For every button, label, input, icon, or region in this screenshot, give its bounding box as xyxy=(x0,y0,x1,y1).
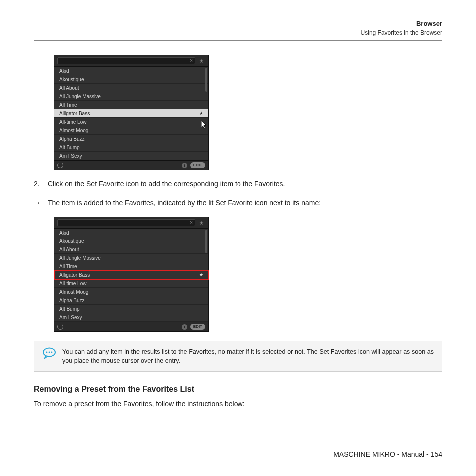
step-number: 2. xyxy=(34,179,48,189)
result-step: → The item is added to the Favorites, in… xyxy=(34,198,442,208)
list-item[interactable]: Akid xyxy=(54,67,208,75)
list-item[interactable]: All-time Low xyxy=(54,118,208,126)
favorites-filter-icon[interactable]: ★ xyxy=(197,220,205,226)
clear-search-icon[interactable]: × xyxy=(190,58,193,63)
page-header-title: Browser xyxy=(34,20,442,27)
set-favorite-icon[interactable]: ★ xyxy=(199,111,203,116)
browser-results-list: Akid Akoustique All About All Jungle Mas… xyxy=(54,229,208,322)
browser-results-list: Akid Akoustique All About All Jungle Mas… xyxy=(54,67,208,160)
list-item[interactable]: All About xyxy=(54,245,208,254)
info-icon[interactable]: i xyxy=(182,324,187,330)
tip-text: You can add any item in the results list… xyxy=(62,347,434,365)
list-item[interactable]: Alt Bump xyxy=(54,305,208,313)
tip-callout: You can add any item in the results list… xyxy=(34,341,442,372)
browser-footer: i EDIT xyxy=(54,322,208,331)
svg-point-3 xyxy=(51,352,53,353)
page-header-subtitle: Using Favorites in the Browser xyxy=(34,29,442,36)
list-item-favorited[interactable]: Alligator Bass ★ xyxy=(54,271,208,279)
list-item[interactable]: All-time Low xyxy=(54,279,208,288)
list-item[interactable]: Akoustique xyxy=(54,237,208,245)
scrollbar[interactable] xyxy=(205,68,207,92)
browser-panel-after: × ★ Akid Akoustique All About All Jungle… xyxy=(54,217,209,332)
page-footer: MASCHINE MIKRO - Manual - 154 xyxy=(34,445,442,458)
edit-button[interactable]: EDIT xyxy=(190,324,205,330)
instruction-step: 2. Click on the Set Favorite icon to add… xyxy=(34,179,442,189)
favorites-filter-icon[interactable]: ★ xyxy=(197,58,205,64)
refresh-icon[interactable] xyxy=(57,162,63,168)
footer-text: MASCHINE MIKRO - Manual - 154 xyxy=(34,450,442,458)
list-item[interactable]: All About xyxy=(54,84,208,92)
list-item[interactable]: All Time xyxy=(54,262,208,271)
list-item[interactable]: All Jungle Massive xyxy=(54,254,208,262)
list-item[interactable]: Am I Sexy xyxy=(54,313,208,322)
edit-button[interactable]: EDIT xyxy=(190,162,205,168)
scrollbar[interactable] xyxy=(205,230,207,253)
list-item-selected[interactable]: Alligator Bass ★ xyxy=(54,109,208,118)
list-item[interactable]: Almost Moog xyxy=(54,126,208,135)
footer-rule xyxy=(34,445,442,445)
list-item[interactable]: All Jungle Massive xyxy=(54,92,208,101)
step-text: Click on the Set Favorite icon to add th… xyxy=(48,179,442,189)
list-item[interactable]: Alpha Buzz xyxy=(54,296,208,305)
search-input[interactable]: × xyxy=(57,57,195,64)
browser-search-bar: × ★ xyxy=(54,217,208,229)
info-icon[interactable]: i xyxy=(182,163,187,168)
list-item[interactable]: Am I Sexy xyxy=(54,152,208,160)
section-heading: Removing a Preset from the Favorites Lis… xyxy=(34,385,442,394)
result-text: The item is added to the Favorites, indi… xyxy=(48,198,442,208)
result-arrow-icon: → xyxy=(34,198,48,208)
list-item[interactable]: Akid xyxy=(54,229,208,237)
refresh-icon[interactable] xyxy=(57,324,63,330)
list-item[interactable]: Almost Moog xyxy=(54,288,208,296)
browser-footer: i EDIT xyxy=(54,160,208,170)
search-input[interactable]: × xyxy=(57,219,195,226)
svg-point-1 xyxy=(46,352,48,353)
list-item[interactable]: Alt Bump xyxy=(54,143,208,152)
section-body: To remove a preset from the Favorites, f… xyxy=(34,400,442,408)
browser-search-bar: × ★ xyxy=(54,55,208,67)
clear-search-icon[interactable]: × xyxy=(190,220,193,225)
svg-point-2 xyxy=(49,352,50,353)
list-item[interactable]: All Time xyxy=(54,101,208,109)
header-rule xyxy=(34,40,442,41)
list-item[interactable]: Alpha Buzz xyxy=(54,135,208,143)
speech-bubble-icon xyxy=(42,347,55,358)
page-header: Browser Using Favorites in the Browser xyxy=(34,20,442,36)
browser-panel-before: × ★ Akid Akoustique All About All Jungle… xyxy=(54,55,209,170)
set-favorite-icon-lit[interactable]: ★ xyxy=(199,272,203,277)
list-item[interactable]: Akoustique xyxy=(54,75,208,84)
